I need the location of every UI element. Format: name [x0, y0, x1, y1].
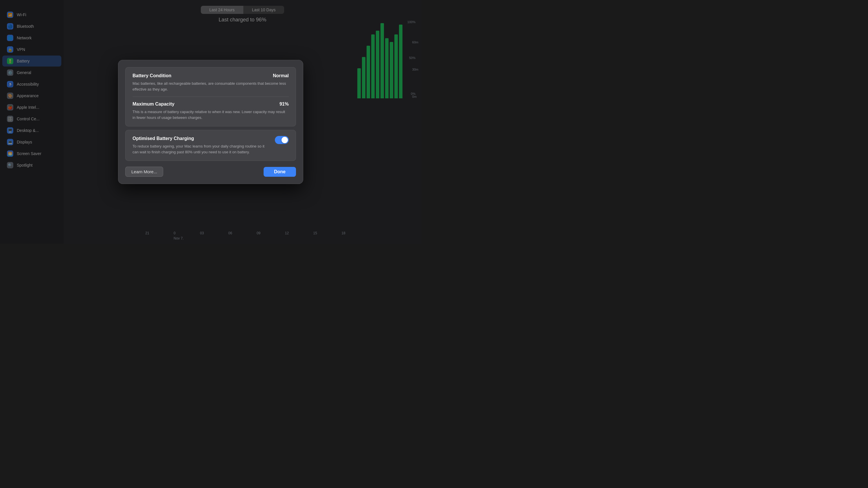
learn-more-button[interactable]: Learn More... — [125, 167, 163, 177]
optimised-text-container: Optimised Battery Charging To reduce bat… — [132, 136, 270, 155]
done-button[interactable]: Done — [264, 167, 296, 177]
optimised-charging-desc: To reduce battery ageing, your Mac learn… — [132, 143, 270, 155]
modal-overlay: Battery Condition Normal Mac batteries, … — [0, 0, 421, 244]
optimised-charging-title: Optimised Battery Charging — [132, 136, 194, 141]
optimised-charging-row: Optimised Battery Charging To reduce bat… — [132, 136, 289, 155]
toggle-knob — [281, 137, 288, 143]
max-capacity-value: 91% — [279, 101, 289, 107]
max-capacity-desc: This is a measure of battery capacity re… — [132, 109, 289, 120]
max-capacity-header: Maximum Capacity 91% — [132, 101, 289, 107]
modal-footer: Learn More... Done — [125, 167, 296, 177]
battery-condition-desc: Mac batteries, like all rechargeable bat… — [132, 81, 289, 92]
battery-condition-value: Normal — [273, 73, 289, 78]
battery-condition-section: Battery Condition Normal Mac batteries, … — [125, 67, 296, 126]
battery-info-modal: Battery Condition Normal Mac batteries, … — [118, 60, 303, 184]
battery-condition-header: Battery Condition Normal — [132, 73, 289, 78]
optimised-charging-section: Optimised Battery Charging To reduce bat… — [125, 130, 296, 161]
section-divider — [132, 97, 289, 97]
max-capacity-title: Maximum Capacity — [132, 101, 175, 107]
optimised-charging-toggle[interactable] — [275, 136, 289, 144]
battery-condition-title: Battery Condition — [132, 73, 171, 78]
